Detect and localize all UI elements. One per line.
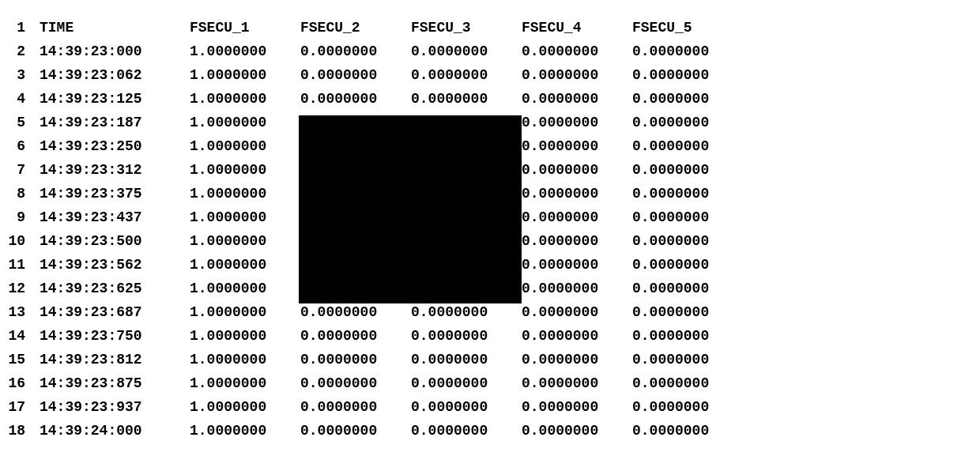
- line-number: 12: [8, 277, 40, 300]
- cell-fsecu2: 0.0000000: [300, 419, 411, 443]
- cell-fsecu4: 0.0000000: [522, 395, 632, 419]
- cell-fsecu5: 0.0000000: [632, 300, 743, 324]
- cell-fsecu2: 0.0000000: [300, 348, 411, 371]
- line-number: 14: [8, 324, 40, 348]
- cell-fsecu1: 1.0000000: [190, 158, 300, 182]
- cell-time: 14:39:23:437: [40, 205, 190, 229]
- cell-fsecu3: 0.0000000: [411, 324, 522, 348]
- cell-fsecu1: 1.0000000: [190, 182, 300, 205]
- cell-fsecu5: 0.0000000: [632, 229, 743, 253]
- cell-time: TIME: [40, 16, 190, 40]
- cell-fsecu5: 0.0000000: [632, 348, 743, 371]
- line-number: 18: [8, 419, 40, 443]
- cell-fsecu1: 1.0000000: [190, 419, 300, 443]
- table-row: 13 14:39:23:687 1.0000000 0.0000000 0.00…: [8, 300, 972, 324]
- cell-fsecu4: 0.0000000: [522, 324, 632, 348]
- table-row: 1 TIME FSECU_1 FSECU_2 FSECU_3 FSECU_4 F…: [8, 16, 972, 40]
- cell-fsecu1: 1.0000000: [190, 277, 300, 300]
- cell-fsecu5: 0.0000000: [632, 182, 743, 205]
- cell-fsecu3: 0.0000000: [411, 63, 522, 87]
- cell-fsecu3: 0.0000000: [411, 300, 522, 324]
- cell-fsecu3: 0.0000000: [411, 371, 522, 395]
- cell-fsecu5: 0.0000000: [632, 158, 743, 182]
- cell-time: 14:39:23:687: [40, 300, 190, 324]
- table-row: 3 14:39:23:062 1.0000000 0.0000000 0.000…: [8, 63, 972, 87]
- cell-time: 14:39:23:250: [40, 134, 190, 158]
- cell-time: 14:39:23:312: [40, 158, 190, 182]
- line-number: 17: [8, 395, 40, 419]
- line-number: 7: [8, 158, 40, 182]
- cell-fsecu2: 0.0000000: [300, 63, 411, 87]
- cell-fsecu4: 0.0000000: [522, 111, 632, 134]
- cell-fsecu1: 1.0000000: [190, 229, 300, 253]
- cell-fsecu1: 1.0000000: [190, 395, 300, 419]
- cell-fsecu4: 0.0000000: [522, 348, 632, 371]
- cell-fsecu5: 0.0000000: [632, 277, 743, 300]
- cell-fsecu2: 0.0000000: [300, 300, 411, 324]
- line-number: 10: [8, 229, 40, 253]
- cell-fsecu4: 0.0000000: [522, 277, 632, 300]
- data-table: 1 TIME FSECU_1 FSECU_2 FSECU_3 FSECU_4 F…: [8, 16, 972, 443]
- table-row: 16 14:39:23:875 1.0000000 0.0000000 0.00…: [8, 371, 972, 395]
- cell-fsecu3: 0.0000000: [411, 40, 522, 63]
- cell-fsecu5: 0.0000000: [632, 324, 743, 348]
- line-number: 2: [8, 40, 40, 63]
- cell-fsecu3: 0.0000000: [411, 87, 522, 111]
- table-row: 4 14:39:23:125 1.0000000 0.0000000 0.000…: [8, 87, 972, 111]
- cell-fsecu1: 1.0000000: [190, 348, 300, 371]
- cell-fsecu4: 0.0000000: [522, 87, 632, 111]
- cell-fsecu1: FSECU_1: [190, 16, 300, 40]
- cell-fsecu4: 0.0000000: [522, 63, 632, 87]
- cell-fsecu1: 1.0000000: [190, 205, 300, 229]
- line-number: 8: [8, 182, 40, 205]
- cell-fsecu5: 0.0000000: [632, 134, 743, 158]
- line-number: 3: [8, 63, 40, 87]
- cell-fsecu1: 1.0000000: [190, 371, 300, 395]
- cell-fsecu5: 0.0000000: [632, 419, 743, 443]
- cell-time: 14:39:23:500: [40, 229, 190, 253]
- cell-time: 14:39:23:125: [40, 87, 190, 111]
- cell-time: 14:39:23:375: [40, 182, 190, 205]
- cell-fsecu1: 1.0000000: [190, 134, 300, 158]
- line-number: 15: [8, 348, 40, 371]
- cell-fsecu5: 0.0000000: [632, 395, 743, 419]
- cell-time: 14:39:23:812: [40, 348, 190, 371]
- cell-fsecu5: 0.0000000: [632, 87, 743, 111]
- cell-fsecu2: 0.0000000: [300, 87, 411, 111]
- cell-fsecu3: 0.0000000: [411, 395, 522, 419]
- line-number: 13: [8, 300, 40, 324]
- cell-time: 14:39:23:750: [40, 324, 190, 348]
- cell-time: 14:39:23:562: [40, 253, 190, 277]
- cell-fsecu5: 0.0000000: [632, 205, 743, 229]
- cell-fsecu4: 0.0000000: [522, 253, 632, 277]
- cell-fsecu4: FSECU_4: [522, 16, 632, 40]
- cell-fsecu1: 1.0000000: [190, 253, 300, 277]
- line-number: 11: [8, 253, 40, 277]
- cell-fsecu2: 0.0000000: [300, 40, 411, 63]
- cell-time: 14:39:24:000: [40, 419, 190, 443]
- cell-fsecu4: 0.0000000: [522, 371, 632, 395]
- cell-fsecu4: 0.0000000: [522, 158, 632, 182]
- line-number: 5: [8, 111, 40, 134]
- cell-fsecu1: 1.0000000: [190, 40, 300, 63]
- line-number: 16: [8, 371, 40, 395]
- cell-fsecu4: 0.0000000: [522, 300, 632, 324]
- cell-time: 14:39:23:875: [40, 371, 190, 395]
- table-row: 2 14:39:23:000 1.0000000 0.0000000 0.000…: [8, 40, 972, 63]
- line-number: 9: [8, 205, 40, 229]
- cell-fsecu4: 0.0000000: [522, 134, 632, 158]
- table-row: 15 14:39:23:812 1.0000000 0.0000000 0.00…: [8, 348, 972, 371]
- cell-fsecu4: 0.0000000: [522, 40, 632, 63]
- cell-fsecu4: 0.0000000: [522, 229, 632, 253]
- cell-fsecu1: 1.0000000: [190, 63, 300, 87]
- cell-fsecu1: 1.0000000: [190, 300, 300, 324]
- cell-fsecu3: 0.0000000: [411, 419, 522, 443]
- cell-fsecu5: 0.0000000: [632, 111, 743, 134]
- cell-time: 14:39:23:937: [40, 395, 190, 419]
- table-row: 17 14:39:23:937 1.0000000 0.0000000 0.00…: [8, 395, 972, 419]
- cell-fsecu2: 0.0000000: [300, 395, 411, 419]
- cell-fsecu3: FSECU_3: [411, 16, 522, 40]
- cell-fsecu5: FSECU_5: [632, 16, 743, 40]
- cell-fsecu5: 0.0000000: [632, 63, 743, 87]
- cell-fsecu2: 0.0000000: [300, 324, 411, 348]
